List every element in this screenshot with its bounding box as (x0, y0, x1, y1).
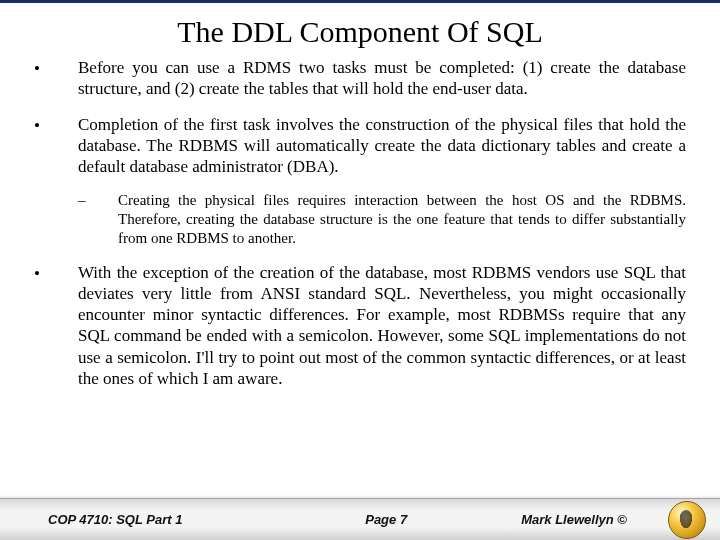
sub-bullet-item: – Creating the physical files requires i… (78, 191, 686, 247)
footer-page: Page 7 (292, 512, 480, 527)
bullet-item: • Completion of the first task involves … (34, 114, 686, 178)
bullet-item: • With the exception of the creation of … (34, 262, 686, 390)
bullet-marker: • (34, 262, 78, 390)
ucf-logo-icon (668, 501, 706, 539)
bullet-text: Before you can use a RDMS two tasks must… (78, 57, 686, 100)
sub-bullet-text: Creating the physical files requires int… (118, 191, 686, 247)
slide-content: • Before you can use a RDMS two tasks mu… (0, 57, 720, 389)
bullet-text: Completion of the first task involves th… (78, 114, 686, 178)
slide: The DDL Component Of SQL • Before you ca… (0, 0, 720, 540)
bullet-item: • Before you can use a RDMS two tasks mu… (34, 57, 686, 100)
footer-inner: COP 4710: SQL Part 1 Page 7 Mark Llewell… (0, 501, 720, 539)
bullet-marker: • (34, 114, 78, 178)
bullet-text: With the exception of the creation of th… (78, 262, 686, 390)
footer-author: Mark Llewellyn © (480, 512, 668, 527)
sub-bullet-marker: – (78, 191, 118, 247)
slide-title: The DDL Component Of SQL (0, 3, 720, 57)
footer: COP 4710: SQL Part 1 Page 7 Mark Llewell… (0, 498, 720, 540)
bullet-marker: • (34, 57, 78, 100)
footer-course: COP 4710: SQL Part 1 (48, 512, 292, 527)
